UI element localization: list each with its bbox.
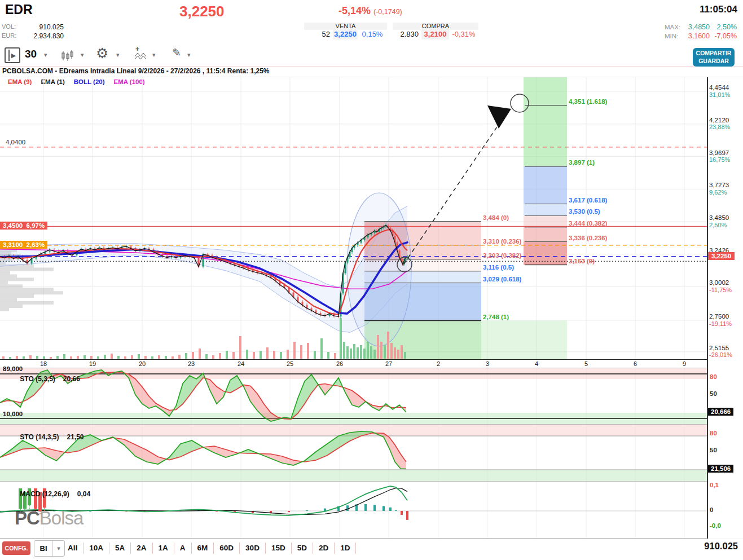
y-axis-label: 3,969716,75% [709,149,730,164]
macd-title: MACD (12,26,9)0,04 [12,482,90,506]
eur-label: EUR: [2,32,19,40]
change-absolute: (-0,1749) [373,8,402,16]
eur-value: 2.934.830 [19,32,64,40]
range-button-6m[interactable]: 6M [192,543,214,554]
add-indicator-button[interactable]: + [133,46,148,62]
x-axis-tick: 27 [385,360,392,367]
range-buttons: All10A5A2A1AA6M60D30D15D5D2D1D [62,540,356,555]
x-axis-tick: 6 [634,360,637,367]
chevron-down-icon[interactable]: ▾ [44,51,47,59]
share-label: COMPARTIR [693,49,735,57]
range-button-a[interactable]: A [174,543,192,554]
draw-pencil-icon[interactable]: ✎ [172,46,181,59]
fib-extension-label: 3,336 (0.236) [569,235,607,241]
compra-price: 3,2100 [421,30,449,39]
fib-level-label: 3,310 (0.236) [483,238,521,245]
vol-label: VOL: [2,23,19,31]
fib-extension-label: 3,530 (0.5) [569,208,600,215]
macd-name: MACD (12,26,9) [20,490,69,498]
x-axis [0,359,707,368]
sto2-scale-80: 80 [710,430,717,436]
y-axis-label: 4,454431,01% [709,84,730,98]
range-button-5d[interactable]: 5D [292,543,313,554]
mode-selector[interactable]: BI ▾ [34,540,65,557]
clock: 11:05:04 [696,4,737,15]
range-button-30d[interactable]: 30D [240,543,266,554]
chevron-down-icon[interactable]: ▾ [116,51,120,59]
watermark-bolsa: Bolsa [39,508,83,528]
pcbolsa-watermark: PCBolsa [15,508,83,529]
x-axis-tick: 24 [238,360,244,367]
range-button-5a[interactable]: 5A [109,543,131,554]
macd-scale-zero: 0 [710,506,713,513]
panel-bar-icon [8,50,10,61]
candle-style-button[interactable] [60,46,74,62]
total-volume: 910.025 [689,541,738,552]
sto1-value-badge: 20,666 [708,408,733,416]
eur-row: EUR: 2.934.830 [2,32,64,40]
min-row: MIN: 3,1600 -7,05% [665,32,737,40]
macd-scale-low: -0,0 [710,522,721,529]
x-axis-tick: 3 [486,360,489,367]
sto2-value-badge: 21,506 [708,465,733,473]
chevron-down-icon[interactable]: ▾ [152,51,156,59]
chevron-down-icon[interactable]: ▾ [187,51,191,59]
range-button-1d[interactable]: 1D [335,543,356,554]
venta-qty: 52 [304,30,333,39]
interval-value[interactable]: 30 [25,48,37,60]
sto1-lower-level: 10,000 [3,411,23,417]
range-button-15d[interactable]: 15D [266,543,292,554]
compra-pct: -0,31% [449,30,478,39]
range-button-1a[interactable]: 1A [153,543,174,554]
venta-pct: 0,15% [358,30,387,39]
range-button-2a[interactable]: 2A [131,543,152,554]
fib-level-label: 3,484 (0) [483,214,509,221]
indicator-panels-canvas[interactable] [0,368,707,539]
plus-icon: + [135,45,139,53]
fib-extension-label: 4,351 (1.618) [569,98,607,105]
price-alert-badge: 3,3100 2,63% [0,241,47,249]
venta-panel: VENTA 52 3,2250 0,15% [304,23,387,39]
sto1-name: STO (5,3,5) [20,375,55,383]
fib-level-label: 3,203 (0.382) [483,252,521,259]
current-price-badge: 3,2250 [708,252,735,260]
panel-toggle-button[interactable]: ▶ [5,47,20,63]
x-axis-tick: 2 [437,360,440,367]
fib-level-label: 2,748 (1) [483,314,509,320]
watermark-pc: PC [15,508,39,528]
main-chart-canvas[interactable] [0,77,707,359]
fib-extension-label: 3,617 (0.618) [569,197,607,204]
max-pct: 2,50% [710,23,737,31]
sto1-value: 20,66 [63,375,80,383]
max-row: MAX: 3,4850 2,50% [665,23,737,31]
share-save-button[interactable]: COMPARTIR GUARDAR [693,48,735,67]
max-label: MAX: [665,23,683,31]
fib-level-label: 3,116 (0.5) [483,264,514,271]
x-axis-tick: 26 [336,360,343,367]
y-axis-label: 2,7500-19,11% [709,313,732,327]
fib-extension-label: 3,897 (1) [569,159,595,166]
range-button-2d[interactable]: 2D [313,543,335,554]
sto2-name: STO (14,3,5) [20,433,59,441]
gear-icon[interactable]: ⚙ [96,45,108,61]
min-label: MIN: [665,32,683,40]
y-axis-label: 2,5155-26,01% [709,345,732,359]
sto1-scale-50: 50 [710,390,717,397]
x-axis-tick: 20 [139,360,146,367]
y-axis-label: 3,0002-11,75% [709,279,732,293]
ha-candles-icon [60,46,74,62]
min-pct: -7,05% [710,32,737,40]
range-button-60d[interactable]: 60D [214,543,240,554]
config-button[interactable]: CONFG. [2,541,30,555]
chart-title: PCBOLSA.COM - EDreams Intradia Lineal 9/… [2,67,270,75]
compra-qty: 2.830 [393,30,421,39]
x-axis-tick: 18 [40,360,47,367]
y-axis-label: 3,48502,50% [709,214,729,228]
max-value: 3,4850 [683,23,710,31]
change-percent: -5,14% [338,5,371,16]
chevron-down-icon[interactable]: ▾ [81,51,84,59]
x-axis-tick: 25 [287,360,293,367]
range-button-10a[interactable]: 10A [83,543,109,554]
range-button-all[interactable]: All [62,543,83,554]
fib-extension-label: 3,444 (0.382) [569,220,607,227]
